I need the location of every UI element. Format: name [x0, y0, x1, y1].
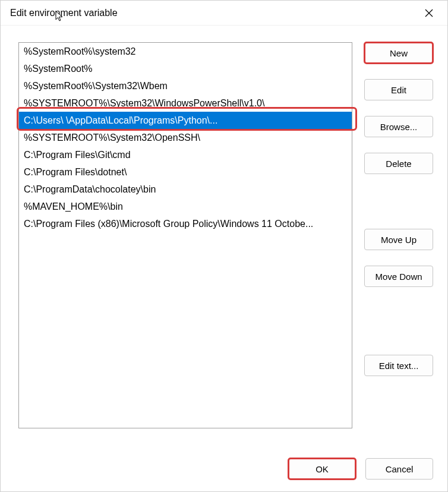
edit-env-variable-dialog: Edit environment variable %SystemRoot%\s… [0, 0, 448, 492]
edit-button[interactable]: Edit [364, 79, 433, 100]
window-title: Edit environment variable [10, 8, 118, 18]
path-listbox[interactable]: %SystemRoot%\system32 %SystemRoot% %Syst… [18, 42, 352, 428]
main-row: %SystemRoot%\system32 %SystemRoot% %Syst… [18, 42, 433, 445]
list-item[interactable]: C:\Program Files\dotnet\ [19, 163, 352, 181]
list-item-selected[interactable]: C:\Users\ \AppData\Local\Programs\Python… [19, 112, 352, 129]
list-item[interactable]: %SYSTEMROOT%\System32\OpenSSH\ [19, 129, 352, 146]
spacer [364, 190, 433, 213]
browse-button[interactable]: Browse... [364, 116, 433, 137]
list-item[interactable]: %SystemRoot%\System32\Wbem [19, 77, 352, 94]
list-wrapper: %SystemRoot%\system32 %SystemRoot% %Syst… [18, 42, 352, 445]
new-button[interactable]: New [364, 42, 433, 64]
close-button[interactable] [415, 4, 443, 23]
list-item[interactable]: %MAVEN_HOME%\bin [19, 198, 352, 215]
list-item[interactable]: %SystemRoot% [19, 60, 352, 77]
dialog-content: %SystemRoot%\system32 %SystemRoot% %Syst… [1, 26, 447, 491]
dialog-footer: OK Cancel [18, 445, 433, 480]
cancel-button[interactable]: Cancel [365, 458, 433, 480]
list-item[interactable]: %SYSTEMROOT%\System32\WindowsPowerShell\… [19, 94, 352, 112]
titlebar: Edit environment variable [1, 1, 447, 26]
list-item[interactable]: C:\ProgramData\chocolatey\bin [19, 181, 352, 198]
list-item[interactable]: C:\Program Files\Git\cmd [19, 146, 352, 163]
move-down-button[interactable]: Move Down [364, 266, 433, 287]
move-up-button[interactable]: Move Up [364, 229, 433, 250]
ok-button[interactable]: OK [288, 458, 356, 480]
edit-text-button[interactable]: Edit text... [364, 355, 433, 376]
close-icon [425, 9, 433, 17]
buttons-column: New Edit Browse... Delete Move Up Move D… [364, 42, 433, 445]
delete-button[interactable]: Delete [364, 153, 433, 174]
list-item[interactable]: %SystemRoot%\system32 [19, 43, 352, 60]
list-item[interactable]: C:\Program Files (x86)\Microsoft Group P… [19, 215, 352, 232]
spacer [364, 302, 433, 339]
